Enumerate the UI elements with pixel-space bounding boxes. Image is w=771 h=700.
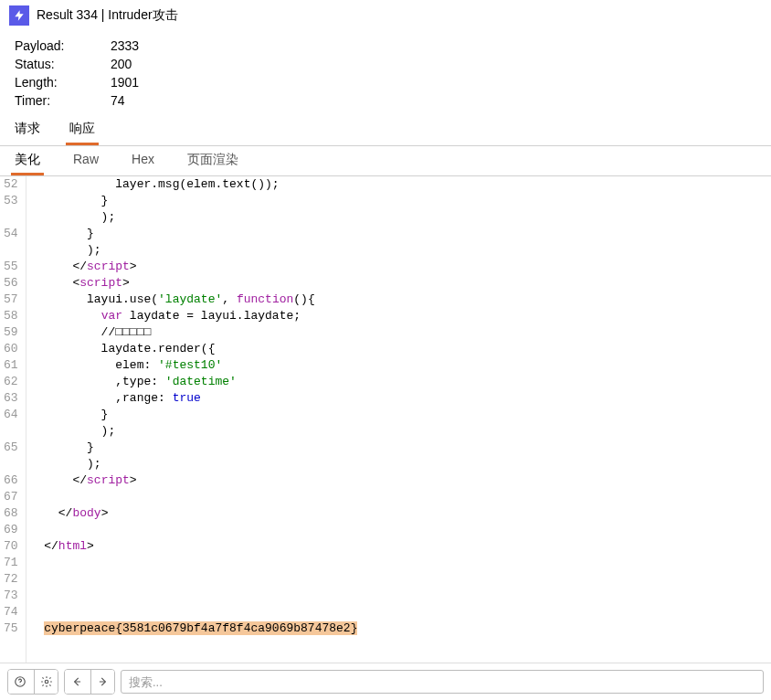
timer-label: Timer: [15,91,111,110]
tab-pretty[interactable]: 美化 [11,150,44,175]
line-gutter: 5253 54 55565758596061626364 65 66676869… [0,176,26,663]
tab-render[interactable]: 页面渲染 [184,150,242,175]
payload-label: Payload: [15,37,111,55]
gear-icon [40,675,53,688]
code-viewer[interactable]: 5253 54 55565758596061626364 65 66676869… [0,176,771,663]
next-button[interactable] [90,670,114,694]
tab-response[interactable]: 响应 [66,117,99,145]
timer-value: 74 [111,91,125,110]
code-content[interactable]: layer.msg(elem.text()); } ); } ); </scri… [26,176,771,663]
tab-request[interactable]: 请求 [11,117,44,145]
arrow-right-icon [97,675,110,688]
view-tabs: 美化 Raw Hex 页面渲染 [0,146,771,176]
app-icon [9,5,29,26]
help-settings-group [7,669,58,695]
length-value: 1901 [111,73,139,91]
help-icon [14,675,26,688]
payload-value: 2333 [111,37,139,55]
svg-point-2 [45,680,48,684]
search-input[interactable] [121,670,764,694]
help-button[interactable] [8,670,32,694]
status-label: Status: [15,55,111,73]
title-bar: Result 334 | Intruder攻击 [0,0,771,31]
nav-group [64,669,115,695]
window-title: Result 334 | Intruder攻击 [37,7,178,24]
length-label: Length: [15,73,111,91]
prev-button[interactable] [65,670,89,694]
svg-point-1 [20,684,21,684]
tab-hex[interactable]: Hex [128,150,158,175]
settings-button[interactable] [34,670,58,694]
result-info: Payload:2333 Status:200 Length:1901 Time… [0,31,771,113]
request-response-tabs: 请求 响应 [0,113,771,146]
arrow-left-icon [70,675,83,688]
tab-raw[interactable]: Raw [69,150,102,175]
status-value: 200 [111,55,132,73]
footer-bar [0,663,771,700]
